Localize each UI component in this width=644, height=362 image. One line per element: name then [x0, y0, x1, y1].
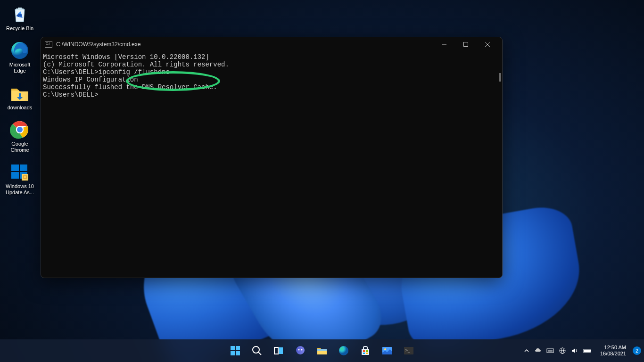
desktop-icons: Recycle Bin Microsoft Edge downloads Goo…	[3, 4, 37, 196]
svg-rect-28	[363, 350, 365, 352]
start-button[interactable]	[226, 341, 245, 360]
svg-point-26	[339, 346, 348, 355]
svg-point-24	[301, 349, 303, 351]
recycle-bin-icon[interactable]: Recycle Bin	[3, 4, 37, 32]
svg-point-18	[253, 346, 259, 353]
svg-rect-29	[366, 350, 368, 352]
file-explorer-button[interactable]	[313, 341, 331, 360]
taskbar-right: 12:50 AM 16/08/2021 2	[520, 345, 641, 357]
close-button[interactable]	[477, 37, 498, 51]
network-icon[interactable]	[559, 347, 566, 354]
svg-rect-36	[547, 349, 553, 353]
svg-rect-25	[317, 349, 327, 351]
scrollbar-thumb[interactable]	[499, 73, 501, 82]
edge-taskbar-button[interactable]	[334, 341, 353, 360]
svg-rect-31	[366, 353, 368, 354]
svg-rect-14	[231, 346, 235, 350]
windows-update-icon[interactable]: Windows 10 Update As...	[3, 162, 37, 196]
battery-icon[interactable]	[583, 347, 592, 354]
edge-icon[interactable]: Microsoft Edge	[3, 40, 37, 74]
chat-button[interactable]	[291, 341, 310, 360]
svg-point-33	[384, 348, 386, 350]
cmd-window[interactable]: C:\WINDOWS\system32\cmd.exe Microsoft Wi…	[41, 37, 503, 278]
cmd-title-text: C:\WINDOWS\system32\cmd.exe	[56, 41, 140, 48]
svg-rect-17	[236, 351, 240, 355]
volume-icon[interactable]	[571, 347, 578, 354]
svg-rect-30	[363, 353, 365, 354]
cmd-app-icon	[45, 41, 52, 48]
svg-rect-1	[19, 93, 21, 97]
svg-rect-9	[22, 174, 28, 181]
task-view-button[interactable]	[269, 341, 288, 360]
svg-text:>_: >_	[405, 348, 410, 353]
svg-rect-6	[20, 165, 27, 171]
svg-rect-15	[236, 346, 240, 350]
onedrive-icon[interactable]	[534, 347, 542, 354]
taskbar: >_ 12:50 AM 16/08/2021 2	[0, 339, 644, 362]
photos-button[interactable]	[378, 341, 396, 360]
maximize-button[interactable]	[455, 37, 477, 51]
chrome-icon[interactable]: Google Chrome	[3, 119, 37, 153]
svg-rect-20	[274, 347, 278, 354]
cmd-titlebar[interactable]: C:\WINDOWS\system32\cmd.exe	[41, 37, 502, 51]
notification-badge[interactable]: 2	[633, 346, 641, 355]
svg-rect-27	[362, 349, 369, 355]
search-button[interactable]	[248, 341, 266, 360]
downloads-folder-icon[interactable]: downloads	[3, 83, 37, 111]
svg-rect-5	[11, 165, 19, 171]
svg-rect-44	[584, 350, 590, 352]
tray-chevron-icon[interactable]	[524, 348, 529, 354]
store-button[interactable]	[356, 341, 375, 360]
taskbar-center: >_	[226, 341, 418, 360]
cmd-output[interactable]: Microsoft Windows [Version 10.0.22000.13…	[41, 51, 502, 278]
svg-point-22	[296, 346, 305, 354]
svg-rect-7	[11, 172, 19, 179]
minimize-button[interactable]	[433, 37, 455, 51]
clock[interactable]: 12:50 AM 16/08/2021	[596, 345, 630, 357]
svg-rect-21	[279, 347, 283, 354]
desktop[interactable]: Recycle Bin Microsoft Edge downloads Goo…	[0, 0, 644, 362]
svg-line-19	[258, 352, 261, 355]
system-tray[interactable]	[520, 347, 595, 354]
cmd-taskbar-button[interactable]: >_	[399, 341, 418, 360]
keyboard-icon[interactable]	[546, 347, 554, 354]
svg-point-23	[298, 349, 300, 351]
svg-rect-11	[464, 42, 468, 47]
svg-rect-43	[590, 350, 591, 352]
svg-rect-16	[231, 351, 235, 355]
